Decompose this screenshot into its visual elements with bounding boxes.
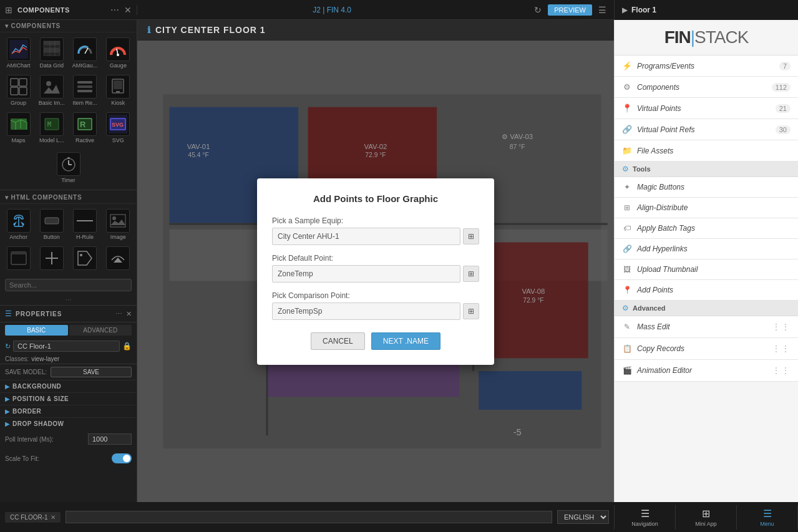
props-close-icon[interactable]: ✕ <box>126 310 132 318</box>
component-gauge[interactable]: Gauge <box>102 35 134 71</box>
section-shadow[interactable]: ▶ DROP SHADOW <box>0 417 137 430</box>
nav-virtual-refs[interactable]: 🔗 Virtual Point Refs 30 <box>615 119 798 140</box>
tool-upload-thumbnail[interactable]: 🖼 Upload Thumbnail <box>615 259 798 280</box>
lang-select[interactable]: ENGLISH <box>557 510 609 524</box>
props-more-icon[interactable]: ⋯ <box>115 310 122 318</box>
component-maps[interactable]: Maps <box>2 110 34 146</box>
tool-add-points[interactable]: 📍 Add Points <box>615 280 798 301</box>
default-point-input[interactable] <box>272 265 460 283</box>
html-components-grid: Anchor Button H-Rule Image <box>0 204 137 276</box>
bottom-path-input[interactable] <box>66 511 552 523</box>
component-hrule[interactable]: H-Rule <box>69 206 101 243</box>
tool-batch-tags[interactable]: 🏷 Apply Batch Tags <box>615 218 798 239</box>
animation-icon: 🎬 <box>622 366 632 375</box>
tool-hyperlinks[interactable]: 🔗 Add Hyperlinks <box>615 239 798 259</box>
fin-text: FIN <box>664 27 691 47</box>
component-svg[interactable]: SVG SVG <box>102 110 134 146</box>
refresh-icon[interactable]: ↻ <box>532 4 544 16</box>
more-icon[interactable]: ⋯ <box>110 5 119 15</box>
section-background[interactable]: ▶ BACKGROUND <box>0 380 137 392</box>
basicim-label: Basic Im... <box>39 100 65 106</box>
component-image[interactable]: Image <box>102 206 134 243</box>
grid-icon[interactable]: ⊞ <box>5 5 12 15</box>
classes-input[interactable] <box>31 355 132 362</box>
advanced-animation-editor[interactable]: 🎬 Animation Editor ⋮⋮ <box>615 360 798 382</box>
nav-programs[interactable]: ⚡ Programs/Events 7 <box>615 56 798 77</box>
component-amigau[interactable]: AMIGau... <box>69 35 101 71</box>
nav-file-assets[interactable]: 📁 File Assets <box>615 140 798 162</box>
info-icon: ℹ <box>147 25 150 35</box>
tools-section: ⚙ Tools <box>615 162 798 177</box>
component-amichart[interactable]: AMIChart <box>2 35 34 71</box>
name-input[interactable] <box>13 341 120 352</box>
component-anchor[interactable]: Anchor <box>2 206 34 243</box>
border-label: BORDER <box>12 408 41 415</box>
component-group[interactable]: Group <box>2 72 34 109</box>
tool-align[interactable]: ⊞ Align-Distribute <box>615 198 798 218</box>
component-plus[interactable] <box>36 244 67 274</box>
html-section-label: ▾ HTML COMPONENTS <box>0 191 137 204</box>
nav-virtual-points[interactable]: 📍 Virtual Points 21 <box>615 98 798 119</box>
scale-toggle[interactable] <box>112 453 132 463</box>
svg-icon: SVG <box>106 112 130 136</box>
comparison-point-btn[interactable]: ⊞ <box>463 303 479 319</box>
component-itemre[interactable]: Item Re... <box>69 72 101 109</box>
component-datagrid[interactable]: Data Grid <box>36 35 67 71</box>
toggle-track[interactable] <box>112 453 132 463</box>
section-border[interactable]: ▶ BORDER <box>0 405 137 417</box>
refresh-small-icon: ↻ <box>5 342 11 351</box>
default-point-btn[interactable]: ⊞ <box>463 266 479 282</box>
classes-row: Classes: <box>0 354 137 364</box>
section-position[interactable]: ▶ POSITION & SIZE <box>0 392 137 405</box>
virtual-refs-label: Virtual Point Refs <box>637 125 776 134</box>
image-label: Image <box>110 234 126 240</box>
mass-edit-dots: ⋮⋮ <box>772 322 791 332</box>
cancel-button[interactable]: CANCEL <box>311 332 365 350</box>
search-input[interactable] <box>5 279 132 291</box>
component-ractive[interactable]: R Ractive <box>69 110 101 146</box>
tab-basic[interactable]: BASIC <box>5 325 68 336</box>
align-label: Align-Distribute <box>637 203 791 212</box>
mini-app-button[interactable]: ⊞ Mini App <box>676 505 737 530</box>
menu-button[interactable]: ☰ Menu <box>737 505 798 530</box>
nav-label: Navigation <box>631 521 658 527</box>
mini-app-icon: ⊞ <box>702 508 710 520</box>
component-modell[interactable]: M Model L... <box>36 110 67 146</box>
poll-row: Poll Interval (Ms): <box>0 430 137 448</box>
preview-button[interactable]: PREVIEW <box>548 4 592 16</box>
advanced-mass-edit[interactable]: ✎ Mass Edit ⋮⋮ <box>615 316 798 338</box>
programs-icon: ⚡ <box>622 61 632 70</box>
scale-row: Scale To Fit: <box>0 451 137 466</box>
svg-point-19 <box>46 81 51 86</box>
comparison-point-input[interactable] <box>272 302 460 320</box>
save-button[interactable]: SAVE <box>51 367 132 377</box>
component-timer[interactable]: Timer <box>53 150 84 186</box>
tab-close-icon[interactable]: ✕ <box>51 514 56 521</box>
svg-rect-29 <box>11 118 27 130</box>
sample-equip-input[interactable] <box>272 228 460 245</box>
right-header-bar: ▶ Floor 1 <box>614 0 798 20</box>
tool-magic-buttons[interactable]: ✦ Magic Buttons <box>615 177 798 198</box>
tab-advanced[interactable]: ADVANCED <box>69 325 132 336</box>
advanced-copy-records[interactable]: 📋 Copy Records ⋮⋮ <box>615 338 798 360</box>
component-wifi[interactable] <box>102 244 134 274</box>
next-button[interactable]: NEXT .NAME <box>371 332 440 350</box>
list-icon: ☰ <box>5 309 12 318</box>
component-tag[interactable] <box>69 244 101 274</box>
nav-components[interactable]: ⚙ Components 112 <box>615 77 798 98</box>
batch-tags-icon: 🏷 <box>622 224 632 233</box>
menu-icon[interactable]: ☰ <box>596 4 609 16</box>
component-kiosk[interactable]: Kiosk <box>102 72 134 109</box>
hrule-icon <box>73 209 97 233</box>
bottom-tab[interactable]: CC FLOOR-1 ✕ <box>5 512 61 523</box>
nav-button[interactable]: ☰ Navigation <box>615 505 676 530</box>
fin-logo: FIN|STACK <box>615 20 798 56</box>
poll-input[interactable] <box>88 433 132 445</box>
mass-edit-icon: ✎ <box>622 322 632 331</box>
sample-equip-btn[interactable]: ⊞ <box>463 228 479 244</box>
close-icon[interactable]: ✕ <box>124 5 132 15</box>
component-iframe[interactable] <box>2 244 34 274</box>
component-button[interactable]: Button <box>36 206 67 243</box>
component-basicim[interactable]: Basic Im... <box>36 72 67 109</box>
canvas-title: CITY CENTER FLOOR 1 <box>155 25 266 35</box>
